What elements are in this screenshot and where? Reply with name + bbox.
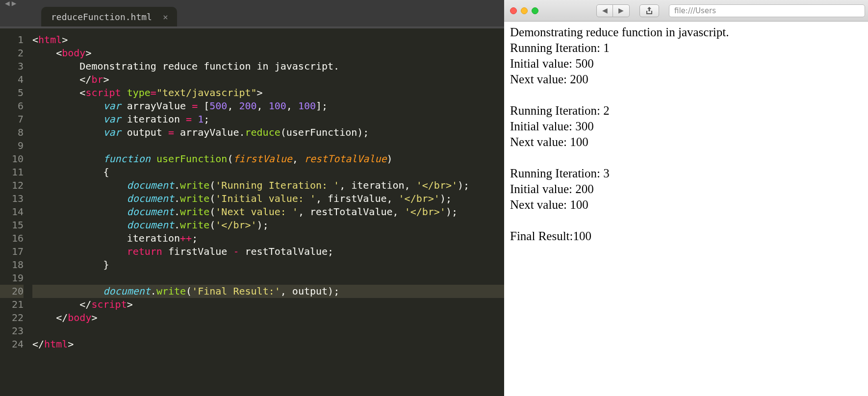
code-line[interactable]: iteration++; — [32, 232, 504, 245]
iteration-block: Running Iteration: 1Initial value: 500Ne… — [510, 40, 862, 87]
editor-nav-bar: ◀ ▶ — [0, 0, 504, 7]
code-line[interactable]: </body> — [32, 311, 504, 324]
iteration-block: Running Iteration: 3Initial value: 200Ne… — [510, 166, 862, 213]
code-editor-panel: ◀ ▶ reduceFunction.html × 12345678910111… — [0, 0, 504, 396]
line-number: 13 — [0, 192, 24, 205]
code-line[interactable]: <script type="text/javascript"> — [32, 86, 504, 99]
code-line[interactable]: <body> — [32, 47, 504, 60]
output-line: Initial value: 500 — [510, 56, 862, 72]
line-number: 22 — [0, 311, 24, 324]
line-number: 7 — [0, 113, 24, 126]
line-number: 18 — [0, 258, 24, 272]
code-line[interactable]: { — [32, 166, 504, 179]
line-number: 17 — [0, 245, 24, 258]
url-bar[interactable]: file:///Users — [669, 4, 865, 17]
code-line[interactable]: var output = arrayValue.reduce(userFunct… — [32, 126, 504, 139]
line-number: 2 — [0, 47, 24, 60]
code-line[interactable]: function userFunction(firstValue, restTo… — [32, 152, 504, 166]
line-number-gutter: 123456789101112131415161718192021222324 — [0, 33, 32, 396]
browser-back-button[interactable]: ◀ — [596, 4, 613, 17]
tab-bar: reduceFunction.html × — [0, 7, 504, 26]
browser-nav-buttons: ◀ ▶ — [596, 4, 630, 17]
line-number: 20 — [0, 285, 24, 298]
code-line[interactable]: document.write('Next value: ', restTotal… — [32, 205, 504, 219]
nav-back-icon[interactable]: ◀ — [5, 0, 10, 7]
code-line[interactable]: document.write('Initial value: ', firstV… — [32, 192, 504, 205]
line-number: 19 — [0, 272, 24, 285]
output-line: Running Iteration: 1 — [510, 40, 862, 56]
code-line[interactable]: <html> — [32, 33, 504, 47]
code-line[interactable]: var arrayValue = [500, 200, 100, 100]; — [32, 99, 504, 113]
browser-panel: ◀ ▶ file:///Users Demonstrating reduce f… — [504, 0, 868, 396]
output-line: Next value: 100 — [510, 197, 862, 213]
code-line[interactable]: } — [32, 258, 504, 272]
code-line[interactable]: return firstValue - restTotalValue; — [32, 245, 504, 258]
line-number: 24 — [0, 338, 24, 351]
code-line[interactable]: document.write('Running Iteration: ', it… — [32, 179, 504, 192]
output-line: Next value: 200 — [510, 72, 862, 87]
code-line[interactable]: Demonstrating reduce function in javascr… — [32, 60, 504, 73]
code-line[interactable]: document.write('</br>'); — [32, 219, 504, 232]
browser-forward-button[interactable]: ▶ — [613, 4, 630, 17]
final-result: Final Result:100 — [510, 228, 862, 244]
nav-forward-icon[interactable]: ▶ — [12, 0, 17, 7]
minimize-window-icon[interactable] — [521, 7, 528, 14]
tab-reduce-function[interactable]: reduceFunction.html × — [41, 7, 177, 26]
share-icon — [646, 7, 653, 15]
line-number: 16 — [0, 232, 24, 245]
line-number: 3 — [0, 60, 24, 73]
line-number: 8 — [0, 126, 24, 139]
code-area[interactable]: 123456789101112131415161718192021222324 … — [0, 28, 504, 396]
output-line: Initial value: 200 — [510, 181, 862, 197]
window-controls — [510, 7, 538, 14]
line-number: 23 — [0, 324, 24, 338]
code-line[interactable]: </html> — [32, 338, 504, 351]
code-line[interactable]: var iteration = 1; — [32, 113, 504, 126]
code-line[interactable] — [32, 139, 504, 152]
line-number: 12 — [0, 179, 24, 192]
line-number: 15 — [0, 219, 24, 232]
code-line[interactable]: </script> — [32, 298, 504, 311]
line-number: 1 — [0, 33, 24, 47]
code-line[interactable] — [32, 324, 504, 338]
line-number: 14 — [0, 205, 24, 219]
iteration-block: Running Iteration: 2Initial value: 300Ne… — [510, 103, 862, 150]
code-line[interactable] — [32, 272, 504, 285]
line-number: 5 — [0, 86, 24, 99]
line-number: 6 — [0, 99, 24, 113]
close-icon[interactable]: × — [163, 12, 168, 22]
share-button[interactable] — [639, 4, 659, 17]
close-window-icon[interactable] — [510, 7, 517, 14]
output-line: Initial value: 300 — [510, 119, 862, 134]
code-content[interactable]: <html> <body> Demonstrating reduce funct… — [32, 33, 504, 396]
line-number: 11 — [0, 166, 24, 179]
line-number: 10 — [0, 152, 24, 166]
tab-title: reduceFunction.html — [51, 12, 152, 22]
output-heading: Demonstrating reduce function in javascr… — [510, 25, 862, 40]
output-line: Next value: 100 — [510, 134, 862, 150]
output-line: Running Iteration: 3 — [510, 166, 862, 181]
line-number: 9 — [0, 139, 24, 152]
code-line[interactable]: document.write('Final Result:', output); — [32, 285, 504, 298]
output-line: Running Iteration: 2 — [510, 103, 862, 119]
code-line[interactable]: </br> — [32, 73, 504, 86]
line-number: 21 — [0, 298, 24, 311]
browser-chrome: ◀ ▶ file:///Users — [504, 0, 868, 22]
line-number: 4 — [0, 73, 24, 86]
maximize-window-icon[interactable] — [532, 7, 538, 14]
browser-page-content: Demonstrating reduce function in javascr… — [504, 22, 868, 247]
